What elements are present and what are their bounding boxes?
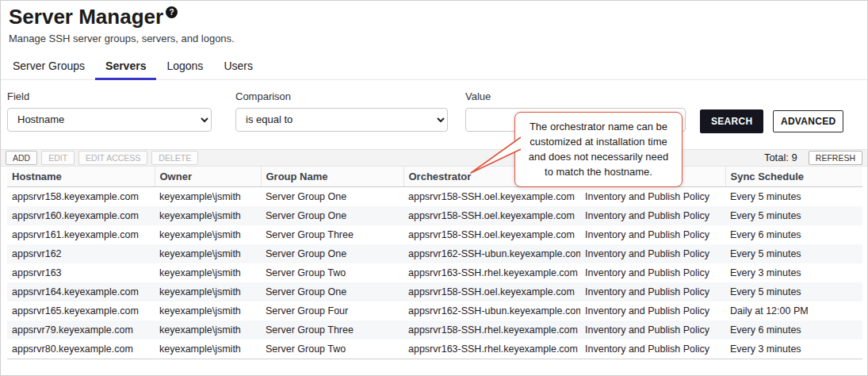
table-cell: appsrvr165.keyexample.com	[7, 301, 155, 320]
table-cell: Every 6 minutes	[725, 320, 862, 340]
table-cell: keyexample\jsmith	[155, 301, 261, 320]
add-button[interactable]: ADD	[6, 151, 37, 165]
table-cell: appsrvr161.keyexample.com	[7, 225, 155, 244]
table-row[interactable]: appsrvr165.keyexample.comkeyexample\jsmi…	[7, 301, 862, 320]
table-cell: appsrvr158-SSH.oel.keyexample.com	[403, 282, 580, 301]
table-cell: Server Group Two	[261, 340, 403, 359]
table-cell: appsrvr163	[7, 263, 155, 282]
table-cell: appsrvr162-SSH-ubun.keyexample.com	[403, 301, 580, 320]
table-cell: appsrvr79.keyexample.com	[7, 320, 155, 340]
table-cell: appsrvr160.keyexample.com	[7, 206, 155, 225]
table-row[interactable]: appsrvr164.keyexample.comkeyexample\jsmi…	[7, 282, 862, 301]
table-cell: Server Group One	[261, 186, 403, 206]
page-subtitle: Manage SSH server groups, servers, and l…	[9, 33, 859, 44]
search-form: Field Hostname Comparison is equal to Va…	[1, 80, 867, 133]
tab-users[interactable]: Users	[213, 55, 263, 80]
table-cell: appsrvr163-SSH.rhel.keyexample.com	[403, 263, 580, 282]
table-cell: appsrvr164.keyexample.com	[7, 282, 155, 301]
page-header: Server Manager ? Manage SSH server group…	[1, 1, 867, 44]
table-cell: keyexample\jsmith	[155, 282, 261, 301]
table-cell: keyexample\jsmith	[155, 244, 261, 263]
server-manager-page: Server Manager ? Manage SSH server group…	[0, 0, 868, 376]
tab-logons[interactable]: Logons	[156, 55, 213, 80]
total-value: 9	[792, 152, 797, 163]
total-label: Total:	[764, 152, 789, 163]
table-cell: Every 3 minutes	[725, 263, 862, 282]
tab-servers[interactable]: Servers	[95, 55, 156, 80]
table-cell: Every 5 minutes	[725, 244, 862, 263]
tab-bar: Server Groups Servers Logons Users	[1, 55, 867, 80]
table-row[interactable]: appsrvr163keyexample\jsmithServer Group …	[7, 263, 862, 282]
table-cell: Server Group One	[261, 206, 403, 225]
table-cell: appsrvr158-SSH.oel.keyexample.com	[403, 225, 580, 244]
comparison-label: Comparison	[235, 90, 448, 102]
grid-toolbar: ADD EDIT EDIT ACCESS DELETE Total: 9 REF…	[1, 149, 867, 167]
table-cell: appsrvr158-SSH.oel.keyexample.com	[403, 186, 580, 206]
table-cell: Server Group One	[261, 244, 403, 263]
table-cell: Server Group Four	[261, 301, 403, 320]
total-count: Total: 9	[764, 152, 797, 163]
column-header-group-name[interactable]: Group Name	[261, 167, 403, 187]
table-cell: Inventory and Publish Policy	[580, 225, 725, 244]
table-cell: Server Group Two	[261, 263, 403, 282]
delete-button[interactable]: DELETE	[151, 151, 198, 165]
table-cell: appsrvr162-SSH-ubun.keyexample.com	[403, 244, 580, 263]
table-cell: Inventory and Publish Policy	[580, 320, 725, 340]
advanced-button[interactable]: ADVANCED	[773, 110, 844, 132]
table-cell: Daily at 12:00 PM	[725, 301, 862, 320]
table-cell: appsrvr158-SSH.oel.keyexample.com	[403, 206, 580, 225]
orchestrator-callout: The orchestrator name can be customized …	[514, 112, 683, 187]
table-cell: keyexample\jsmith	[155, 186, 261, 206]
table-row[interactable]: appsrvr162keyexample\jsmithServer Group …	[7, 244, 862, 263]
table-cell: Every 5 minutes	[725, 282, 862, 301]
field-label: Field	[7, 90, 212, 102]
table-cell: keyexample\jsmith	[155, 225, 261, 244]
table-cell: Server Group Three	[261, 225, 403, 244]
table-cell: keyexample\jsmith	[155, 340, 261, 359]
table-cell: Every 6 minutes	[725, 225, 862, 244]
table-cell: appsrvr163-SSH.rhel.keyexample.com	[403, 340, 580, 359]
table-cell: Inventory and Publish Policy	[580, 206, 725, 225]
table-header: Hostname Owner Group Name Orchestrator S…	[7, 167, 862, 187]
page-title: Server Manager	[9, 6, 163, 29]
table-cell: Inventory and Publish Policy	[580, 301, 725, 320]
callout-pointer-icon	[468, 136, 521, 177]
table-cell: Inventory and Publish Policy	[580, 244, 725, 263]
search-button[interactable]: SEARCH	[700, 109, 763, 133]
table-cell: appsrvr80.keyexample.com	[7, 340, 155, 359]
table-cell: appsrvr158-SSH.rhel.keyexample.com	[403, 320, 580, 340]
servers-table: Hostname Owner Group Name Orchestrator S…	[7, 167, 862, 359]
table-cell: Every 3 minutes	[725, 340, 862, 359]
edit-button[interactable]: EDIT	[41, 151, 75, 165]
table-body: appsrvr158.keyexample.comkeyexample\jsmi…	[7, 186, 862, 359]
table-cell: keyexample\jsmith	[155, 206, 261, 225]
refresh-button[interactable]: REFRESH	[809, 151, 862, 165]
table-cell: keyexample\jsmith	[155, 320, 261, 340]
table-cell: Inventory and Publish Policy	[580, 186, 725, 206]
help-icon[interactable]: ?	[166, 6, 178, 18]
table-row[interactable]: appsrvr79.keyexample.comkeyexample\jsmit…	[7, 320, 862, 340]
table-cell: Every 5 minutes	[725, 186, 862, 206]
table-cell: Inventory and Publish Policy	[580, 263, 725, 282]
column-header-owner[interactable]: Owner	[155, 167, 261, 187]
table-cell: Inventory and Publish Policy	[580, 282, 725, 301]
column-header-sync-schedule[interactable]: Sync Schedule	[725, 167, 862, 187]
table-cell: Inventory and Publish Policy	[580, 340, 725, 359]
value-label: Value	[465, 90, 686, 102]
table-row[interactable]: appsrvr161.keyexample.comkeyexample\jsmi…	[7, 225, 862, 244]
table-row[interactable]: appsrvr158.keyexample.comkeyexample\jsmi…	[7, 186, 862, 206]
table-cell: Server Group One	[261, 282, 403, 301]
table-cell: Server Group Three	[261, 320, 403, 340]
field-select[interactable]: Hostname	[7, 108, 212, 132]
table-cell: appsrvr158.keyexample.com	[7, 186, 155, 206]
table-row[interactable]: appsrvr80.keyexample.comkeyexample\jsmit…	[7, 340, 862, 359]
tab-server-groups[interactable]: Server Groups	[2, 55, 95, 80]
column-header-hostname[interactable]: Hostname	[7, 167, 155, 187]
table-cell: Every 5 minutes	[725, 206, 862, 225]
table-row[interactable]: appsrvr160.keyexample.comkeyexample\jsmi…	[7, 206, 862, 225]
comparison-select[interactable]: is equal to	[235, 108, 448, 132]
table-cell: appsrvr162	[7, 244, 155, 263]
edit-access-button[interactable]: EDIT ACCESS	[78, 151, 147, 165]
table-cell: keyexample\jsmith	[155, 263, 261, 282]
